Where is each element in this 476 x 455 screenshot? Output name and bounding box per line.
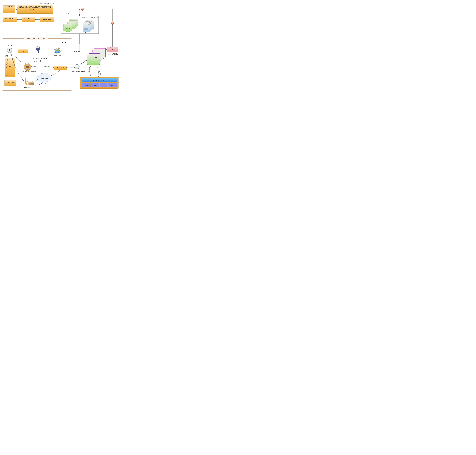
edge-feeds: FEEDs: [55, 9, 80, 16]
box-review-analytics: Review and Analytics Check if rankings, …: [107, 47, 119, 57]
edge-target-feeds-out: FEEDS: [96, 65, 101, 77]
box-identify-relevant-feeds: Identify relevant feeds related to indus…: [40, 17, 54, 22]
svg-text:. . .: . . .: [103, 85, 105, 86]
svg-text:Manual Curation: Manual Curation: [24, 87, 33, 88]
svg-text:Filter Content: Filter Content: [42, 47, 49, 49]
edge-target-backlinks: Backlinks: [88, 65, 91, 77]
svg-text:A: A: [82, 8, 83, 10]
svg-text:Post 2: Post 2: [9, 63, 12, 64]
group-research-planning: Research and Planning Identify Business …: [2, 2, 55, 25]
label-feeds: FEEDs: [65, 13, 69, 14]
group-shortlisted-urls: Shortlisted Feed/Web URLs Websites NewsF…: [61, 16, 98, 34]
svg-text:Natural Language Process Analy: Natural Language Process Analysis: [33, 59, 50, 61]
svg-point-61: [26, 66, 29, 68]
social-item-ellipsis: . . .: [100, 83, 107, 87]
svg-text:Others: Others: [111, 85, 114, 86]
box-shortlist-feeds: Shortlist relevant feeds: [22, 17, 35, 22]
icon-scheduler-right: Scheduler periodically updates websites …: [70, 64, 86, 75]
svg-text:Social Media Hub: Social Media Hub: [93, 79, 105, 81]
icon-target-websites: Target Websites: [87, 48, 106, 65]
social-item-others: Others: [108, 83, 117, 87]
svg-text:Websites: Websites: [66, 27, 70, 29]
box-identify-keywords: Identify keywords to be used, keywords n…: [17, 5, 53, 14]
training-posts-panel: Post 1 Post 2 Post 3 · · · Post N: [5, 58, 15, 77]
social-item-facebook: Facebook: [82, 83, 90, 87]
svg-text:Facebook: Facebook: [84, 85, 89, 86]
box-category: Category: [18, 49, 28, 53]
svg-text:Target Websites: Target Websites: [89, 57, 97, 58]
box-link-feeds: Link the Feeds to CAK: [3, 17, 17, 22]
svg-text:·: ·: [10, 70, 10, 71]
edge-sched-to-target: [79, 60, 87, 65]
svg-text:Category: Category: [21, 50, 25, 52]
group-title-research: Research and Planning: [40, 2, 54, 4]
icon-scheduler-clock: Scheduler: [7, 45, 12, 53]
svg-point-38: [9, 50, 10, 51]
svg-text:Scraping Engine: Scraping Engine: [53, 55, 61, 57]
svg-text:Discard unwanted topics: Discard unwanted topics: [33, 57, 45, 57]
svg-text:Curated Content: Curated Content: [40, 78, 49, 79]
svg-text:Post N: Post N: [9, 74, 12, 76]
connector-A-bottom: A: [111, 9, 114, 47]
svg-text:Automated topic classification: Automated topic classification: [33, 58, 47, 59]
box-transform: Trasform/Format: [54, 66, 67, 70]
svg-text:NewsFeed: NewsFeed: [85, 32, 90, 34]
svg-text:Post 1: Post 1: [9, 60, 12, 61]
svg-point-62: [25, 78, 26, 80]
svg-text:Web URLs: Web URLs: [74, 51, 80, 52]
svg-text:·: ·: [10, 71, 10, 73]
social-item-twitter: Twitter: [91, 83, 99, 87]
svg-text:A: A: [112, 22, 113, 23]
svg-text:FEED URLs: FEED URLs: [63, 44, 69, 46]
group-title-planexec: Plan Execution: [62, 42, 71, 44]
svg-text:Scheduler: Scheduler: [7, 45, 12, 46]
group-title-shortlisted: Shortlisted Feed/Web URLs: [81, 16, 98, 18]
svg-marker-6: [79, 15, 80, 16]
svg-text:FEEDS: FEEDS: [99, 71, 101, 75]
svg-text:Backlinks: Backlinks: [88, 67, 90, 72]
svg-point-70: [77, 66, 77, 67]
box-ci-training: Content intelligence training engine: [5, 80, 16, 86]
svg-text:·: ·: [10, 68, 10, 69]
svg-text:Trasform/Format: Trasform/Format: [56, 67, 65, 68]
svg-text:Machine Learning: Machine Learning: [33, 61, 41, 62]
svg-text:Twitter: Twitter: [94, 85, 97, 86]
svg-text:Post 3: Post 3: [9, 66, 12, 67]
box-identify-need: Identify Business Need, Target Audience: [3, 6, 15, 13]
panel-social-hub: Social Media Hub Facebook Twitter . . . …: [80, 77, 118, 89]
connector-A-top: A: [82, 8, 84, 11]
svg-text:CONTENT ASSEMBLER KIT: CONTENT ASSEMBLER KIT: [27, 38, 45, 40]
